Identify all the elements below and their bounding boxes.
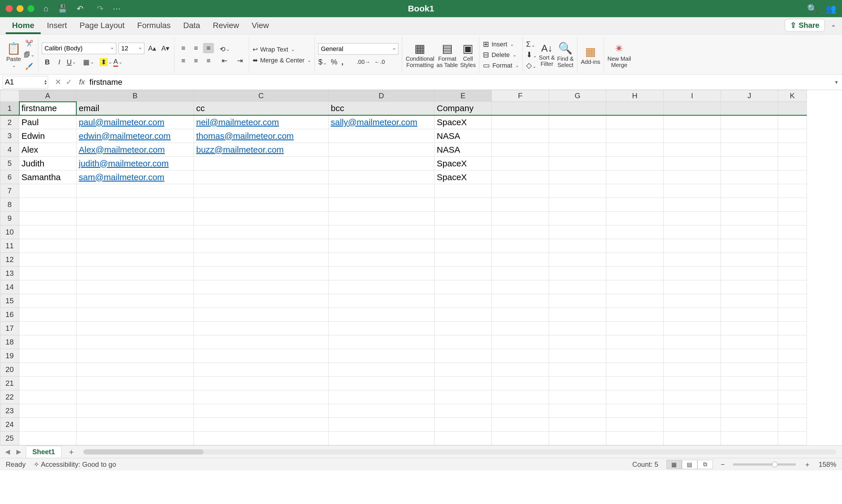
cell[interactable] <box>778 418 807 432</box>
increase-indent-button[interactable]: ⇥ <box>235 56 246 66</box>
zoom-in-button[interactable]: ＋ <box>804 460 811 469</box>
more-icon[interactable]: ⋯ <box>112 4 121 14</box>
cell[interactable]: NASA <box>434 143 492 157</box>
underline-button[interactable]: U⌄ <box>66 57 77 67</box>
cell[interactable] <box>664 184 721 198</box>
cell[interactable] <box>721 294 778 308</box>
cell[interactable] <box>664 253 721 267</box>
cell[interactable] <box>194 335 328 349</box>
find-select-button[interactable]: 🔍 Find & Select <box>557 41 574 68</box>
cell[interactable] <box>778 198 807 212</box>
cell[interactable] <box>19 184 76 198</box>
redo-icon[interactable]: ↷ <box>97 4 103 14</box>
cell[interactable] <box>606 170 664 184</box>
cell[interactable] <box>664 349 721 363</box>
cell[interactable] <box>664 157 721 170</box>
cell[interactable] <box>606 267 664 280</box>
tab-page-layout[interactable]: Page Layout <box>73 18 131 34</box>
cell[interactable] <box>19 267 76 280</box>
cell[interactable] <box>434 184 492 198</box>
cell[interactable] <box>492 239 549 253</box>
cell[interactable] <box>194 226 328 239</box>
cell[interactable] <box>606 322 664 335</box>
cell[interactable] <box>664 418 721 432</box>
cell[interactable] <box>606 349 664 363</box>
cell[interactable] <box>19 198 76 212</box>
cell[interactable] <box>549 390 606 404</box>
cell[interactable] <box>549 280 606 294</box>
cell[interactable] <box>492 377 549 390</box>
cell[interactable] <box>778 404 807 418</box>
sort-filter-button[interactable]: A↓ Sort & Filter <box>539 43 555 67</box>
cell[interactable] <box>492 212 549 226</box>
cell[interactable] <box>194 198 328 212</box>
cell[interactable] <box>194 184 328 198</box>
cell[interactable] <box>721 267 778 280</box>
row-header[interactable]: 17 <box>0 322 19 335</box>
cell[interactable] <box>549 335 606 349</box>
cell[interactable] <box>549 418 606 432</box>
cell[interactable]: Paul <box>19 115 76 129</box>
row-header[interactable]: 15 <box>0 294 19 308</box>
row-header[interactable]: 3 <box>0 129 19 143</box>
cell[interactable] <box>721 432 778 445</box>
cell[interactable] <box>492 253 549 267</box>
horizontal-scrollbar[interactable] <box>83 449 836 454</box>
cell[interactable] <box>664 226 721 239</box>
cell[interactable] <box>721 322 778 335</box>
cell[interactable] <box>606 212 664 226</box>
cell[interactable] <box>76 363 194 377</box>
cell[interactable] <box>549 432 606 445</box>
cell[interactable] <box>328 129 434 143</box>
cell[interactable] <box>664 239 721 253</box>
cell[interactable] <box>778 294 807 308</box>
cell[interactable] <box>606 280 664 294</box>
cell[interactable]: cc <box>194 102 328 115</box>
row-header[interactable]: 25 <box>0 432 19 445</box>
autosum-button[interactable]: Σ⌄ <box>526 40 537 49</box>
cell[interactable] <box>19 418 76 432</box>
decrease-decimal-button[interactable]: ←.0 <box>374 59 385 65</box>
cell[interactable] <box>664 404 721 418</box>
cell[interactable] <box>549 253 606 267</box>
cell[interactable] <box>664 143 721 157</box>
cell[interactable] <box>606 377 664 390</box>
zoom-thumb[interactable] <box>772 462 777 467</box>
cell[interactable] <box>76 294 194 308</box>
home-icon[interactable]: ⌂ <box>43 4 49 13</box>
cell[interactable] <box>721 335 778 349</box>
column-header[interactable]: D <box>328 90 434 102</box>
bold-button[interactable]: B <box>42 57 53 67</box>
cell[interactable] <box>549 267 606 280</box>
cell[interactable] <box>664 294 721 308</box>
row-header[interactable]: 16 <box>0 308 19 322</box>
cell[interactable] <box>549 363 606 377</box>
cell[interactable] <box>492 280 549 294</box>
page-break-view-button[interactable]: ⧉ <box>697 460 713 469</box>
cell[interactable] <box>778 212 807 226</box>
cell[interactable] <box>194 349 328 363</box>
cell[interactable] <box>664 198 721 212</box>
cell[interactable] <box>606 418 664 432</box>
increase-decimal-button[interactable]: .00→ <box>357 59 370 65</box>
cell[interactable] <box>549 184 606 198</box>
row-header[interactable]: 6 <box>0 170 19 184</box>
percent-format-button[interactable]: % <box>331 57 337 67</box>
cell[interactable] <box>721 349 778 363</box>
cell[interactable] <box>778 280 807 294</box>
cell[interactable] <box>76 322 194 335</box>
cell[interactable] <box>606 157 664 170</box>
cell[interactable] <box>328 184 434 198</box>
cell[interactable] <box>492 184 549 198</box>
column-header[interactable]: F <box>492 90 549 102</box>
row-header[interactable]: 7 <box>0 184 19 198</box>
cell[interactable] <box>778 102 807 115</box>
column-header[interactable]: J <box>721 90 778 102</box>
cell[interactable] <box>664 267 721 280</box>
cell[interactable]: email <box>76 102 194 115</box>
tab-review[interactable]: Review <box>207 18 246 34</box>
cell[interactable] <box>664 363 721 377</box>
cell[interactable] <box>721 280 778 294</box>
namebox-stepper[interactable]: ▲▼ <box>44 79 47 85</box>
cell[interactable] <box>492 115 549 129</box>
